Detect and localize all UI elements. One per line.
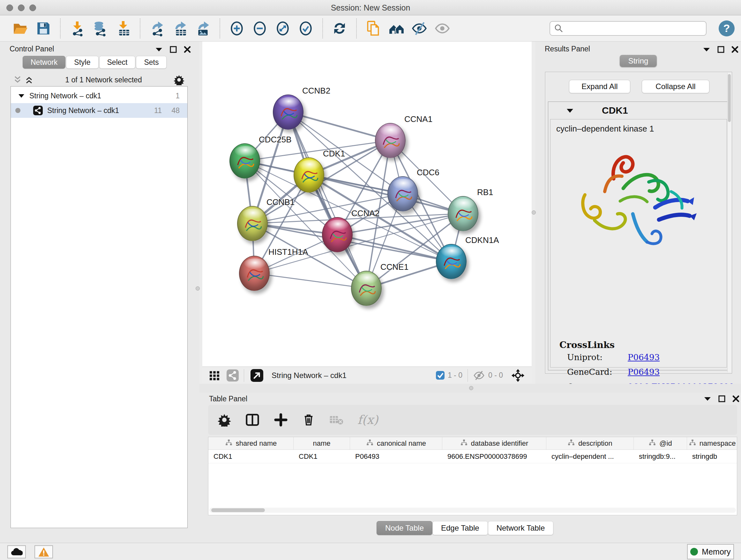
tab-style[interactable]: Style <box>66 56 98 69</box>
column-header-namespace[interactable]: namespace <box>687 437 737 449</box>
column-header--id[interactable]: @id <box>634 437 687 449</box>
network-options-gear-icon[interactable] <box>174 74 185 85</box>
network-tree: String Network – cdk1 1 String Network –… <box>10 86 188 528</box>
network-node-CCNA2[interactable] <box>322 217 353 252</box>
zoom-in-icon[interactable] <box>228 19 246 37</box>
hide-panels-icon[interactable] <box>410 19 428 37</box>
network-node-CDK1[interactable] <box>293 158 324 192</box>
table-cell[interactable]: stringdb:9... <box>634 450 687 463</box>
save-session-icon[interactable] <box>35 19 52 37</box>
tab-string[interactable]: String <box>620 55 657 67</box>
grid-view-icon[interactable] <box>209 370 220 381</box>
table-cell[interactable]: CDK1 <box>293 450 350 463</box>
horizontal-divider[interactable] <box>199 384 741 393</box>
crosslink-link[interactable]: P06493 <box>628 367 660 377</box>
close-panel-icon[interactable] <box>732 395 739 402</box>
collapse-panel-icon[interactable] <box>155 47 163 52</box>
import-database-icon[interactable] <box>91 19 109 37</box>
network-node-RB1[interactable] <box>448 196 478 231</box>
left-splitter-grip[interactable] <box>196 287 200 291</box>
table-cell[interactable]: 9606.ENSP00000378699 <box>442 450 546 463</box>
collapse-all-icon[interactable] <box>13 75 22 84</box>
table-settings-gear-icon[interactable] <box>218 413 231 427</box>
open-session-icon[interactable] <box>11 19 29 37</box>
network-edge-CCNB2-CCNE1[interactable] <box>288 112 366 288</box>
tree-expander-icon[interactable] <box>18 93 25 98</box>
right-splitter-grip[interactable] <box>532 210 536 214</box>
expand-all-icon[interactable] <box>24 75 33 84</box>
open-in-window-icon[interactable] <box>251 369 263 382</box>
export-image-icon[interactable] <box>194 19 212 37</box>
node-table[interactable]: shared namenamecanonical namedatabase id… <box>208 437 737 515</box>
table-cell[interactable]: cyclin–dependent ... <box>546 450 634 463</box>
scrollbar-thumb[interactable] <box>211 508 265 512</box>
tab-network[interactable]: Network <box>23 56 65 69</box>
table-cell[interactable]: CDK1 <box>208 450 293 463</box>
column-header-name[interactable]: name <box>293 437 350 449</box>
import-table-icon[interactable] <box>114 19 132 37</box>
tab-select[interactable]: Select <box>99 56 136 69</box>
copy-documents-icon[interactable] <box>364 19 382 37</box>
add-column-icon[interactable] <box>274 413 288 427</box>
tab-sets[interactable]: Sets <box>136 56 166 69</box>
export-table-icon[interactable] <box>171 19 189 37</box>
results-scrollbar[interactable] <box>727 73 731 372</box>
table-horizontal-scrollbar[interactable] <box>209 508 736 513</box>
tab-network-table[interactable]: Network Table <box>488 521 554 535</box>
float-panel-icon[interactable] <box>170 46 177 53</box>
warning-status-button[interactable] <box>35 545 53 558</box>
network-node-CDC25B[interactable] <box>229 143 260 179</box>
import-network-icon[interactable] <box>68 19 86 37</box>
crosslink-link[interactable]: P06493 <box>628 353 660 362</box>
table-cell[interactable]: stringdb <box>687 450 737 463</box>
table-cell[interactable]: P06493 <box>350 450 442 463</box>
export-network-icon[interactable] <box>148 19 166 37</box>
network-node-HIST1H1A[interactable] <box>239 256 270 291</box>
collapse-all-button[interactable]: Collapse All <box>642 80 710 93</box>
collapse-panel-icon[interactable] <box>704 396 711 401</box>
column-header-shared-name[interactable]: shared name <box>208 437 293 449</box>
search-input[interactable] <box>563 24 697 33</box>
network-node-CCNB2[interactable] <box>273 95 304 130</box>
close-panel-icon[interactable] <box>184 46 191 53</box>
network-edge-CCNE1-HIST1H1A[interactable] <box>254 273 366 288</box>
zoom-selected-icon[interactable] <box>297 19 315 37</box>
tab-edge-table[interactable]: Edge Table <box>432 521 488 535</box>
float-panel-icon[interactable] <box>718 395 725 402</box>
network-row-selected[interactable]: String Network – cdk1 11 48 <box>11 103 187 118</box>
network-node-CCNB1[interactable] <box>237 206 268 241</box>
memory-button[interactable]: Memory <box>687 544 734 559</box>
column-header-description[interactable]: description <box>546 437 634 449</box>
table-row[interactable]: CDK1CDK1P064939606.ENSP00000378699cyclin… <box>208 450 737 463</box>
help-button[interactable]: ? <box>719 20 735 37</box>
show-panels-icon[interactable] <box>433 19 451 37</box>
pan-crosshair-icon[interactable] <box>511 369 525 382</box>
refresh-icon[interactable] <box>331 19 348 37</box>
column-header-canonical-name[interactable]: canonical name <box>350 437 442 449</box>
zoom-out-icon[interactable] <box>251 19 269 37</box>
network-canvas[interactable]: CCNB2 CCNA1 CDC25B CDK1 CDC6 RB1 <box>202 42 532 367</box>
selected-checkbox-icon[interactable] <box>436 371 445 380</box>
zoom-fit-icon[interactable] <box>274 19 292 37</box>
bottom-splitter-grip[interactable] <box>469 386 473 390</box>
collapse-panel-icon[interactable] <box>703 47 711 52</box>
expand-all-button[interactable]: Expand All <box>569 80 630 93</box>
search-box[interactable] <box>549 21 706 36</box>
tab-node-table[interactable]: Node Table <box>377 521 432 535</box>
network-edge-CCNA2-CDKN1A[interactable] <box>337 235 451 261</box>
string-view-icon[interactable] <box>226 369 239 381</box>
show-column-icon[interactable] <box>245 413 260 427</box>
network-node-CDC6[interactable] <box>387 176 418 211</box>
gene-expander-icon[interactable] <box>566 108 574 113</box>
column-header-database-identifier[interactable]: database identifier <box>442 437 546 449</box>
network-node-CCNA1[interactable] <box>375 123 406 158</box>
close-panel-icon[interactable] <box>731 46 738 53</box>
delete-column-trash-icon[interactable] <box>302 413 315 427</box>
network-node-CCNE1[interactable] <box>351 271 382 306</box>
home-icon[interactable] <box>387 19 405 37</box>
network-collection-row[interactable]: String Network – cdk1 1 <box>11 88 187 103</box>
cloud-status-button[interactable] <box>7 545 26 558</box>
network-node-CDKN1A[interactable] <box>436 244 467 279</box>
gene-header[interactable]: CDK1 <box>548 102 729 119</box>
float-panel-icon[interactable] <box>718 46 724 53</box>
